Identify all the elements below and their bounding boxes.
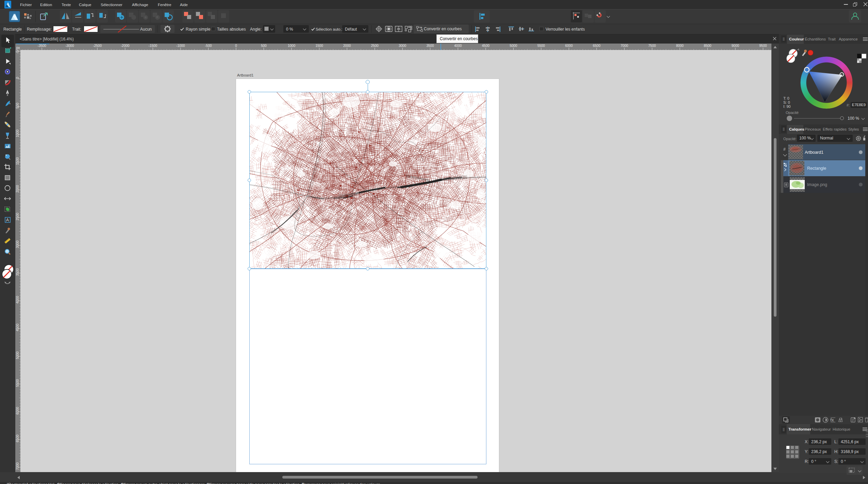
svg-text:7000: 7000: [16, 462, 19, 470]
svg-text:1000: 1000: [16, 130, 19, 137]
svg-text:7000: 7000: [621, 44, 629, 48]
svg-text:A: A: [6, 218, 9, 222]
svg-text:1500: 1500: [16, 157, 19, 165]
svg-text:500: 500: [261, 44, 267, 48]
svg-text:1000: 1000: [288, 44, 296, 48]
svg-text:5500: 5500: [537, 44, 545, 48]
svg-text:9000: 9000: [732, 44, 739, 48]
svg-text:0: 0: [16, 77, 19, 79]
svg-text:3000: 3000: [16, 240, 19, 248]
svg-text:2500: 2500: [371, 44, 379, 48]
svg-text:5000: 5000: [16, 351, 19, 359]
svg-text:3500: 3500: [427, 44, 434, 48]
svg-text:6500: 6500: [16, 435, 19, 443]
svg-text:-1000: -1000: [176, 44, 185, 48]
svg-text:4500: 4500: [16, 323, 19, 331]
svg-text:8500: 8500: [704, 44, 712, 48]
svg-text:6000: 6000: [16, 407, 19, 415]
svg-text:0: 0: [235, 44, 237, 48]
svg-text:-3000: -3000: [65, 44, 74, 48]
svg-text:3500: 3500: [16, 268, 19, 276]
svg-text:-500: -500: [16, 50, 19, 54]
svg-text:500: 500: [16, 103, 19, 109]
svg-text:7500: 7500: [648, 44, 656, 48]
svg-text:5500: 5500: [16, 379, 19, 387]
svg-text:-1500: -1500: [149, 44, 157, 48]
svg-text:-3500: -3500: [37, 44, 46, 48]
svg-text:6000: 6000: [565, 44, 573, 48]
svg-text:8000: 8000: [676, 44, 684, 48]
svg-text:3000: 3000: [399, 44, 406, 48]
svg-text:2000: 2000: [343, 44, 351, 48]
svg-text:-2500: -2500: [93, 44, 102, 48]
svg-text:4000: 4000: [16, 296, 19, 304]
svg-text:fx: fx: [830, 418, 834, 422]
svg-text:4500: 4500: [482, 44, 490, 48]
svg-text:-2000: -2000: [121, 44, 130, 48]
svg-text:4000: 4000: [454, 44, 462, 48]
svg-text:2000: 2000: [16, 185, 19, 193]
svg-text:6500: 6500: [593, 44, 601, 48]
svg-text:9500: 9500: [759, 44, 767, 48]
svg-text:-500: -500: [205, 44, 212, 48]
svg-text:2500: 2500: [16, 213, 19, 220]
svg-text:5000: 5000: [510, 44, 517, 48]
svg-text:1500: 1500: [315, 44, 323, 48]
